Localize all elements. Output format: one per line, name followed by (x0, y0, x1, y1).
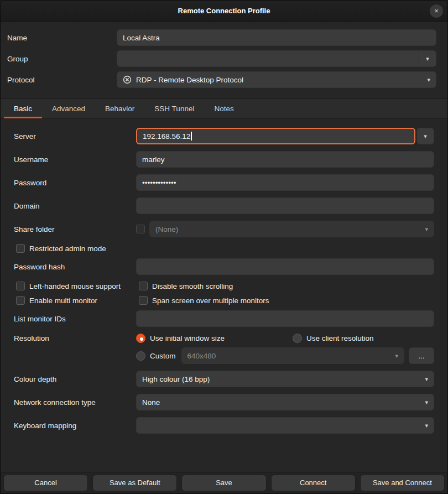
connect-button[interactable]: Connect (271, 475, 356, 491)
name-row: Name Local Astra (6, 29, 436, 46)
custom-resolution-select[interactable]: 640x480 ▾ (181, 347, 404, 364)
network-type-value: None (142, 398, 420, 407)
cancel-button[interactable]: Cancel (3, 475, 88, 491)
resolution-custom-row: Custom 640x480 ▾ ... (14, 347, 434, 364)
span-screen-checkbox[interactable] (139, 296, 148, 305)
keyboard-mapping-select[interactable]: ▾ (136, 417, 434, 434)
list-monitor-input[interactable] (136, 310, 434, 327)
password-hash-row: Password hash (14, 258, 434, 275)
left-handed-option[interactable]: Left-handed mouse support (16, 282, 139, 290)
restricted-admin-option[interactable]: Restricted admin mode (16, 244, 139, 253)
resolution-initial-radio[interactable] (136, 334, 145, 343)
password-row: Password ••••••••••••• (14, 174, 434, 191)
chevron-down-icon: ▾ (424, 133, 427, 139)
rdp-protocol-icon (123, 75, 132, 84)
span-screen-option[interactable]: Span screen over multiple monitors (139, 296, 269, 305)
text-cursor (191, 132, 192, 141)
window-title: Remote Connection Profile (178, 7, 270, 15)
footer-button-bar: Cancel Save as Default Save Connect Save… (1, 472, 447, 493)
tab-advanced[interactable]: Advanced (42, 99, 95, 118)
protocol-label: Protocol (6, 76, 117, 84)
password-label: Password (14, 179, 136, 187)
mouse-options-row: Left-handed mouse support Disable smooth… (14, 282, 434, 290)
tab-ssh-tunnel[interactable]: SSH Tunnel (144, 99, 204, 118)
chevron-down-icon: ▾ (425, 226, 428, 232)
save-and-connect-button[interactable]: Save and Connect (360, 475, 445, 491)
resolution-initial-option[interactable]: Use initial window size (136, 334, 293, 343)
username-input[interactable]: marley (136, 151, 434, 168)
save-button[interactable]: Save (181, 475, 266, 491)
resolution-initial-label: Use initial window size (150, 334, 225, 342)
password-hash-input[interactable] (136, 258, 434, 275)
restricted-admin-label: Restricted admin mode (29, 245, 106, 253)
resolution-client-radio[interactable] (293, 334, 302, 343)
resolution-custom-label: Custom (150, 352, 176, 360)
password-value: ••••••••••••• (142, 179, 176, 187)
domain-input[interactable] (136, 197, 434, 214)
colour-depth-value: High colour (16 bpp) (142, 375, 420, 383)
list-monitor-label: List monitor IDs (14, 315, 136, 323)
network-type-row: Network connection type None ▾ (14, 394, 434, 410)
chevron-down-icon: ▾ (426, 56, 429, 62)
group-row: Group ▾ (6, 50, 436, 67)
header-fields-section: Name Local Astra Group ▾ Protocol (1, 22, 447, 92)
username-value: marley (142, 155, 165, 164)
save-as-default-button[interactable]: Save as Default (92, 475, 177, 491)
multi-monitor-option[interactable]: Enable multi monitor (16, 296, 139, 305)
name-input[interactable]: Local Astra (117, 29, 436, 46)
left-handed-checkbox[interactable] (16, 282, 25, 290)
disable-smooth-label: Disable smooth scrolling (152, 282, 233, 290)
username-label: Username (14, 155, 136, 164)
tab-basic[interactable]: Basic (4, 99, 42, 118)
span-screen-label: Span screen over multiple monitors (152, 297, 269, 305)
multi-monitor-checkbox[interactable] (16, 296, 25, 305)
domain-label: Domain (14, 202, 136, 210)
resolution-client-label: Use client resolution (306, 334, 374, 342)
protocol-select[interactable]: RDP - Remote Desktop Protocol ▾ (117, 71, 436, 88)
resolution-label: Resolution (14, 334, 136, 342)
tab-behavior[interactable]: Behavior (95, 99, 144, 118)
share-folder-label: Share folder (14, 225, 136, 233)
remote-connection-profile-dialog: Remote Connection Profile × Name Local A… (0, 0, 448, 494)
server-input[interactable]: 192.168.56.12 (136, 128, 415, 144)
keyboard-mapping-label: Keyboard mapping (14, 422, 136, 430)
restricted-admin-checkbox[interactable] (16, 244, 25, 253)
protocol-value: RDP - Remote Desktop Protocol (136, 76, 423, 84)
list-monitor-row: List monitor IDs (14, 310, 434, 327)
group-dropdown-button[interactable]: ▾ (419, 50, 436, 67)
basic-tab-content: Server 192.168.56.12 ▾ Username marley P… (1, 119, 447, 472)
network-type-label: Network connection type (14, 398, 136, 407)
close-icon: × (434, 5, 439, 17)
share-folder-value: (None) (155, 225, 420, 233)
titlebar[interactable]: Remote Connection Profile × (1, 1, 447, 22)
chevron-down-icon: ▾ (425, 423, 428, 429)
chevron-down-icon: ▾ (427, 77, 430, 83)
server-row: Server 192.168.56.12 ▾ (14, 128, 434, 144)
disable-smooth-checkbox[interactable] (139, 282, 148, 290)
colour-depth-row: Colour depth High colour (16 bpp) ▾ (14, 371, 434, 387)
resolution-custom-option[interactable]: Custom (136, 351, 176, 361)
resolution-client-option[interactable]: Use client resolution (293, 334, 374, 343)
custom-resolution-value: 640x480 (187, 352, 391, 360)
share-folder-select[interactable]: (None) ▾ (149, 221, 434, 237)
tab-notes[interactable]: Notes (204, 99, 243, 118)
close-button[interactable]: × (430, 4, 443, 18)
password-hash-label: Password hash (14, 263, 136, 271)
resolution-custom-radio[interactable] (136, 351, 145, 361)
share-folder-checkbox[interactable] (136, 225, 145, 233)
network-type-select[interactable]: None ▾ (136, 394, 434, 410)
domain-row: Domain (14, 197, 434, 214)
monitor-options-row: Enable multi monitor Span screen over mu… (14, 296, 434, 305)
chevron-down-icon: ▾ (425, 399, 428, 405)
chevron-down-icon: ▾ (395, 353, 398, 359)
protocol-row: Protocol RDP - Remote Desktop Protocol ▾ (6, 71, 436, 88)
colour-depth-select[interactable]: High colour (16 bpp) ▾ (136, 371, 434, 387)
server-dropdown-button[interactable]: ▾ (416, 128, 434, 144)
server-value: 192.168.56.12 (143, 132, 190, 141)
disable-smooth-option[interactable]: Disable smooth scrolling (139, 282, 233, 290)
group-input[interactable] (117, 50, 421, 67)
group-label: Group (6, 55, 117, 63)
resolution-more-button[interactable]: ... (409, 347, 434, 364)
password-input[interactable]: ••••••••••••• (136, 174, 434, 191)
server-label: Server (14, 132, 136, 141)
